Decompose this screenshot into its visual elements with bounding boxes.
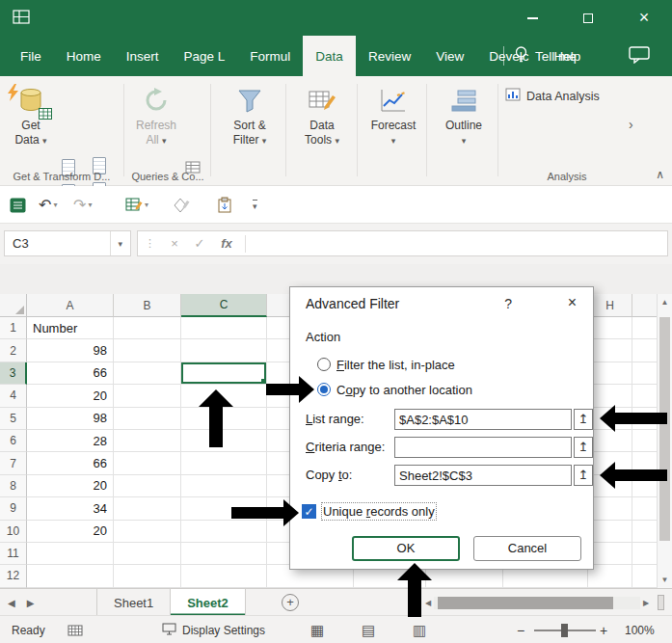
insert-function-button[interactable]: fx — [212, 236, 241, 251]
keyboard-icon[interactable] — [67, 616, 83, 643]
cell-x3[interactable] — [632, 362, 657, 385]
scroll-right-icon[interactable]: ▶ — [640, 599, 652, 607]
row-header-12[interactable]: 12 — [0, 565, 27, 587]
ribbon-overflow-icon[interactable]: › — [629, 117, 633, 132]
row-header-6[interactable]: 6 — [0, 430, 27, 452]
radio-filter-in-place-circle[interactable] — [317, 358, 331, 371]
data-tools-button[interactable]: Data Tools ▾ — [293, 82, 351, 163]
row-header-7[interactable]: 7 — [0, 452, 27, 474]
zoom-out-button[interactable]: − — [517, 616, 524, 643]
formula-enter-icon[interactable]: ✓ — [187, 236, 212, 251]
formula-bar-splitter[interactable]: ⋮ — [138, 237, 162, 250]
ok-button[interactable]: OK — [352, 536, 460, 561]
tab-page-l[interactable]: Page L — [172, 36, 238, 76]
sheet-tab-sheet1[interactable]: Sheet1 — [96, 589, 171, 616]
name-box[interactable]: C3 ▾ — [4, 230, 131, 256]
tell-me[interactable]: Tell me — [515, 36, 577, 76]
undo-button[interactable]: ↶▾ — [39, 186, 57, 224]
cell-B11[interactable] — [114, 543, 181, 565]
cell-H2[interactable] — [588, 339, 632, 362]
cell-x2[interactable] — [632, 339, 657, 362]
col-header-C[interactable]: C — [181, 294, 267, 317]
select-all-corner[interactable] — [0, 294, 27, 317]
cell-B6[interactable] — [114, 430, 181, 452]
cell-B10[interactable] — [114, 521, 181, 543]
prev-sheet-icon[interactable]: ◀ — [8, 598, 15, 608]
row-header-8[interactable]: 8 — [0, 475, 27, 497]
minimize-button[interactable] — [504, 0, 560, 36]
cell-B9[interactable] — [114, 497, 181, 520]
dialog-title-bar[interactable]: Advanced Filter ? × — [290, 287, 593, 320]
zoom-level[interactable]: 100% — [625, 616, 655, 643]
list-range-picker-icon[interactable]: ↥ — [574, 409, 593, 430]
page-layout-view-button[interactable]: ▤ — [362, 616, 375, 643]
horizontal-scroll-thumb[interactable] — [438, 597, 613, 609]
cell-B2[interactable] — [114, 339, 181, 362]
cell-A10[interactable]: 20 — [27, 521, 114, 543]
cell-A11[interactable] — [27, 543, 114, 565]
scroll-down-icon[interactable]: ▼ — [658, 576, 672, 584]
zoom-track[interactable] — [534, 630, 596, 631]
sort-filter-button[interactable]: Sort & Filter ▾ — [220, 82, 280, 163]
cell-A3[interactable]: 66 — [27, 362, 114, 385]
cell-H6[interactable] — [588, 430, 632, 452]
outline-button[interactable]: Outline ▾ — [434, 82, 494, 163]
copy-to-input[interactable]: Sheet2!$C$3 — [394, 465, 572, 486]
horizontal-scrollbar[interactable]: ◀ ▶ — [422, 596, 652, 609]
cell-x1[interactable] — [632, 317, 657, 339]
shape-edit-button[interactable] — [174, 186, 191, 224]
get-data-button[interactable]: Get Data ▾ — [4, 82, 58, 163]
col-header-spacer[interactable] — [632, 294, 657, 317]
col-header-H[interactable]: H — [588, 294, 632, 317]
row-header-3[interactable]: 3 — [0, 362, 27, 385]
cell-B8[interactable] — [114, 475, 181, 497]
tab-data[interactable]: Data — [303, 36, 356, 76]
row-header-9[interactable]: 9 — [0, 497, 27, 520]
zoom-in-button[interactable]: + — [600, 616, 607, 643]
cell-A5[interactable]: 98 — [27, 408, 114, 430]
cell-A9[interactable]: 34 — [27, 497, 114, 520]
cell-x11[interactable] — [632, 543, 657, 565]
maximize-button[interactable] — [560, 0, 616, 36]
cell-C7[interactable] — [181, 452, 267, 474]
tab-insert[interactable]: Insert — [114, 36, 172, 76]
name-box-dropdown-icon[interactable]: ▾ — [110, 231, 122, 255]
cell-x12[interactable] — [632, 565, 657, 587]
unique-records-row[interactable]: ✓ Unique records only — [302, 501, 435, 521]
vertical-scrollbar[interactable]: ▲ ▼ — [657, 294, 672, 588]
zoom-slider[interactable] — [534, 616, 596, 643]
cell-C2[interactable] — [181, 339, 267, 362]
cell-B5[interactable] — [114, 408, 181, 430]
row-header-2[interactable]: 2 — [0, 339, 27, 362]
cell-C11[interactable] — [181, 543, 267, 565]
display-settings-button[interactable]: Display Settings — [162, 616, 265, 643]
dialog-help-button[interactable]: ? — [504, 296, 512, 311]
col-header-B[interactable]: B — [114, 294, 181, 317]
cell-B4[interactable] — [114, 385, 181, 407]
customize-qat-button[interactable]: ▾ — [253, 186, 257, 224]
cell-A6[interactable]: 28 — [27, 430, 114, 452]
horizontal-scroll-track[interactable] — [434, 597, 640, 609]
cancel-button[interactable]: Cancel — [473, 536, 581, 561]
cell-B12[interactable] — [114, 565, 181, 587]
page-break-view-button[interactable]: ▥ — [413, 616, 426, 643]
formula-bar[interactable]: ⋮ × ✓ fx — [137, 230, 668, 256]
cell-H1[interactable] — [588, 317, 632, 339]
refresh-all-button[interactable]: Refresh All ▾ — [129, 82, 183, 163]
tab-home[interactable]: Home — [54, 36, 114, 76]
cell-A2[interactable]: 98 — [27, 339, 114, 362]
radio-copy-to-location-circle[interactable] — [317, 383, 331, 396]
cell-A7[interactable]: 66 — [27, 452, 114, 474]
unique-records-checkbox[interactable]: ✓ — [302, 504, 316, 519]
radio-copy-to-location[interactable]: Copy to another location — [317, 380, 472, 399]
cell-x9[interactable] — [632, 497, 657, 520]
comments-icon[interactable] — [629, 46, 650, 67]
cell-C1[interactable] — [181, 317, 267, 339]
dialog-close-icon[interactable]: × — [568, 294, 577, 311]
new-sheet-button[interactable]: + — [282, 594, 299, 611]
forecast-button[interactable]: Forecast ▾ — [364, 82, 422, 163]
row-header-1[interactable]: 1 — [0, 317, 27, 339]
row-header-4[interactable]: 4 — [0, 385, 27, 407]
next-sheet-icon[interactable]: ▶ — [27, 598, 35, 608]
criteria-range-picker-icon[interactable]: ↥ — [574, 437, 593, 458]
